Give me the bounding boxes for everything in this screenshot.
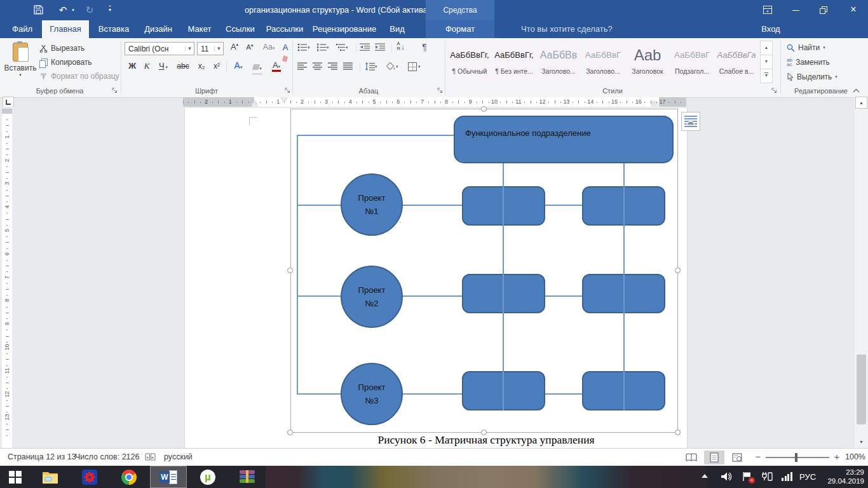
style-card-no-spacing[interactable]: АаБбВвГг, ¶ Без инте... (493, 41, 535, 83)
undo-button[interactable]: ↶ (56, 0, 70, 20)
italic-button[interactable]: К (141, 61, 153, 71)
tab-review[interactable]: Рецензирование (310, 20, 379, 38)
styles-scroll-down-button[interactable]: ▼ (760, 55, 773, 69)
tab-layout[interactable]: Макет (182, 20, 217, 38)
selection-handle-left-middle[interactable] (287, 268, 293, 273)
style-card-subtle-emphasis[interactable]: АаБбВвГа Слабое в... (715, 41, 757, 83)
layout-options-button[interactable] (681, 112, 700, 131)
connector-vertical-a[interactable] (503, 163, 504, 410)
taskbar-word-active[interactable]: W (150, 466, 187, 488)
style-card-heading2[interactable]: АаБбВвГ Заголово... (582, 41, 624, 83)
justify-button[interactable] (343, 62, 353, 71)
replace-button[interactable]: abac Заменить (787, 58, 830, 67)
taskbar-huawei-app[interactable] (71, 466, 108, 488)
horizontal-ruler[interactable]: 1234567891011121314151617123 (183, 97, 686, 107)
first-line-indent-marker[interactable] (281, 97, 287, 102)
connector-top-left[interactable] (297, 135, 455, 136)
taskbar-winrar[interactable] (229, 466, 266, 488)
scrollbar-up-button[interactable]: ▲ (855, 97, 867, 109)
language-indicator[interactable]: русский (164, 449, 193, 466)
start-button[interactable] (0, 466, 31, 488)
zoom-slider-track[interactable] (766, 457, 829, 458)
functional-department-box[interactable]: Функциональное подразделение (454, 116, 674, 163)
shrink-font-button[interactable]: А▾ (243, 43, 257, 51)
taskbar-chrome[interactable] (111, 466, 147, 488)
tab-insert[interactable]: Вставка (93, 20, 135, 38)
restore-button[interactable] (811, 0, 836, 20)
selection-handle-right-middle[interactable] (675, 268, 681, 273)
security-flag-icon[interactable]: × (742, 471, 754, 482)
vertical-ruler[interactable]: 12345678910111213 (2, 109, 12, 448)
vertical-scrollbar[interactable]: ▲ ▼ (855, 97, 868, 448)
proofing-errors-icon[interactable] (145, 453, 156, 461)
selection-handle-top-middle[interactable] (481, 106, 487, 112)
cut-button[interactable]: Вырезать (39, 43, 85, 53)
tell-me-box[interactable]: Что вы хотите сделать? (521, 20, 629, 38)
tab-view[interactable]: Вид (383, 20, 412, 38)
ribbon-display-options-button[interactable] (755, 0, 780, 20)
format-painter-button[interactable]: Формат по образцу (39, 71, 119, 81)
tab-design[interactable]: Дизайн (139, 20, 178, 38)
tab-file[interactable]: Файл (5, 20, 39, 38)
line-spacing-button[interactable]: ▾ (365, 62, 377, 71)
subscript-button[interactable]: х₂ (194, 62, 208, 71)
taskbar-utorrent[interactable]: µ (189, 466, 226, 488)
font-dialog-launcher[interactable] (285, 88, 290, 93)
clock[interactable]: 23:29 29.04.2019 (825, 468, 864, 485)
connector-vertical-b[interactable] (623, 163, 625, 410)
borders-button[interactable]: ▾ (408, 62, 421, 71)
power-battery-icon[interactable] (761, 471, 773, 482)
strikethrough-button[interactable]: abc (174, 62, 192, 71)
sort-button[interactable]: АЯ ↓ (397, 41, 405, 51)
style-card-normal[interactable]: АаБбВвГг, ¶ Обычный (449, 41, 491, 83)
collapse-ribbon-button[interactable] (853, 88, 860, 93)
multilevel-list-button[interactable]: ▾ (336, 43, 348, 51)
web-layout-button[interactable] (727, 451, 747, 464)
change-case-button[interactable]: Аа▾ (259, 43, 278, 51)
align-right-button[interactable] (328, 62, 337, 71)
word-count[interactable]: Число слов: 2126 (75, 449, 139, 466)
clipboard-dialog-launcher[interactable] (112, 88, 118, 93)
styles-scroll-up-button[interactable]: ▲ (760, 41, 773, 55)
select-button[interactable]: Выделить ▾ (787, 72, 837, 81)
highlight-button[interactable]: ▾ (249, 61, 266, 75)
align-left-button[interactable] (297, 62, 307, 71)
font-size-combobox[interactable]: 11 ▼ (197, 42, 224, 55)
project-circle-2[interactable]: Проект №2 (341, 266, 403, 328)
styles-dialog-launcher[interactable] (771, 88, 777, 93)
font-color-button[interactable]: А▾ (268, 60, 285, 72)
tab-format[interactable]: Формат (426, 20, 494, 38)
close-button[interactable]: × (839, 0, 868, 20)
decrease-indent-button[interactable] (360, 43, 370, 51)
taskbar-file-explorer[interactable] (32, 466, 69, 488)
text-effects-button[interactable]: А▾ (230, 60, 247, 71)
tab-home[interactable]: Главная (42, 20, 89, 38)
paste-button[interactable]: Вставить ▾ (4, 41, 37, 84)
customize-qat-button[interactable]: ▾ (104, 0, 116, 20)
page-indicator[interactable]: Страница 12 из 13 (8, 449, 76, 466)
numbering-button[interactable]: ▾ (316, 43, 329, 51)
tray-overflow-chevron-icon[interactable] (702, 474, 708, 478)
read-mode-button[interactable] (681, 451, 702, 464)
tab-references[interactable]: Ссылки (221, 20, 259, 38)
copy-button[interactable]: Копировать (39, 57, 92, 67)
project-circle-3[interactable]: Проект №3 (341, 363, 403, 425)
volume-icon[interactable] (721, 471, 732, 482)
zoom-level[interactable]: 100% (845, 449, 865, 466)
underline-button[interactable]: Ч ▾ (155, 61, 172, 71)
style-card-subtitle[interactable]: АаБбВвГ Подзагол... (671, 41, 713, 83)
font-name-combobox[interactable]: Calibri (Осн ▼ (125, 42, 194, 55)
keyboard-language[interactable]: РУС (799, 472, 824, 482)
connector-left-vertical[interactable] (297, 135, 298, 394)
superscript-button[interactable]: х² (210, 62, 224, 71)
paragraph-dialog-launcher[interactable] (437, 88, 443, 93)
tab-mailings[interactable]: Рассылки (263, 20, 306, 38)
sign-in-button[interactable]: Вход (754, 20, 788, 38)
network-signal-icon[interactable] (782, 472, 793, 481)
bold-button[interactable]: Ж (126, 61, 139, 71)
increase-indent-button[interactable] (375, 43, 385, 51)
scrollbar-thumb[interactable] (857, 355, 866, 424)
zoom-in-button[interactable]: + (832, 451, 841, 462)
style-card-title[interactable]: Аab Заголовок (627, 41, 668, 83)
zoom-slider-thumb[interactable] (795, 453, 797, 462)
